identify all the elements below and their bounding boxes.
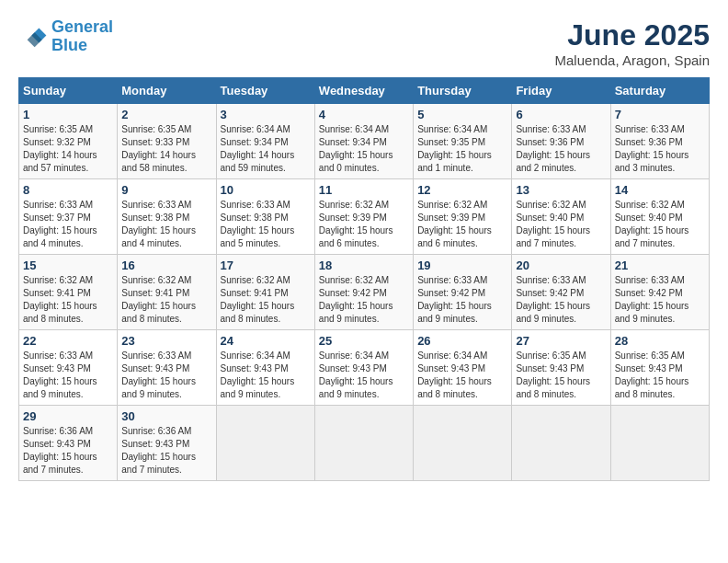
logo: General Blue — [18, 18, 113, 55]
col-tuesday: Tuesday — [216, 78, 314, 104]
table-row: 11Sunrise: 6:32 AMSunset: 9:39 PMDayligh… — [314, 179, 413, 255]
col-wednesday: Wednesday — [314, 78, 413, 104]
table-row: 14Sunrise: 6:32 AMSunset: 9:40 PMDayligh… — [610, 179, 709, 255]
table-row: 16Sunrise: 6:32 AMSunset: 9:41 PMDayligh… — [118, 255, 216, 330]
table-row: 17Sunrise: 6:32 AMSunset: 9:41 PMDayligh… — [216, 255, 314, 330]
table-row: 8Sunrise: 6:33 AMSunset: 9:37 PMDaylight… — [19, 179, 118, 255]
header: General Blue June 2025 Maluenda, Aragon,… — [18, 18, 710, 68]
calendar-table: Sunday Monday Tuesday Wednesday Thursday… — [18, 77, 710, 481]
table-row: 6Sunrise: 6:33 AMSunset: 9:36 PMDaylight… — [512, 104, 610, 179]
table-row: 2Sunrise: 6:35 AMSunset: 9:33 PMDaylight… — [118, 104, 216, 179]
table-row: 10Sunrise: 6:33 AMSunset: 9:38 PMDayligh… — [216, 179, 314, 255]
table-row: 9Sunrise: 6:33 AMSunset: 9:38 PMDaylight… — [118, 179, 216, 255]
table-row — [414, 406, 512, 481]
table-row: 21Sunrise: 6:33 AMSunset: 9:42 PMDayligh… — [610, 255, 709, 330]
table-row: 1Sunrise: 6:35 AMSunset: 9:32 PMDaylight… — [19, 104, 118, 179]
calendar-title: June 2025 — [555, 18, 710, 52]
logo-text: General Blue — [51, 18, 113, 55]
table-row: 4Sunrise: 6:34 AMSunset: 9:34 PMDaylight… — [314, 104, 413, 179]
table-row: 30Sunrise: 6:36 AMSunset: 9:43 PMDayligh… — [118, 406, 216, 481]
table-row: 26Sunrise: 6:34 AMSunset: 9:43 PMDayligh… — [414, 330, 512, 406]
table-row: 22Sunrise: 6:33 AMSunset: 9:43 PMDayligh… — [19, 330, 118, 406]
table-row: 24Sunrise: 6:34 AMSunset: 9:43 PMDayligh… — [216, 330, 314, 406]
table-row: 19Sunrise: 6:33 AMSunset: 9:42 PMDayligh… — [414, 255, 512, 330]
table-row — [512, 406, 610, 481]
table-row: 18Sunrise: 6:32 AMSunset: 9:42 PMDayligh… — [314, 255, 413, 330]
table-row: 20Sunrise: 6:33 AMSunset: 9:42 PMDayligh… — [512, 255, 610, 330]
calendar-subtitle: Maluenda, Aragon, Spain — [555, 52, 710, 68]
table-row: 5Sunrise: 6:34 AMSunset: 9:35 PMDaylight… — [414, 104, 512, 179]
table-row: 12Sunrise: 6:32 AMSunset: 9:39 PMDayligh… — [414, 179, 512, 255]
table-row: 27Sunrise: 6:35 AMSunset: 9:43 PMDayligh… — [512, 330, 610, 406]
col-thursday: Thursday — [414, 78, 512, 104]
col-monday: Monday — [118, 78, 216, 104]
table-row — [610, 406, 709, 481]
logo-icon — [18, 22, 48, 52]
col-saturday: Saturday — [610, 78, 709, 104]
table-row — [216, 406, 314, 481]
table-row: 29Sunrise: 6:36 AMSunset: 9:43 PMDayligh… — [19, 406, 118, 481]
table-row — [314, 406, 413, 481]
header-row: Sunday Monday Tuesday Wednesday Thursday… — [19, 78, 710, 104]
col-sunday: Sunday — [19, 78, 118, 104]
table-row: 15Sunrise: 6:32 AMSunset: 9:41 PMDayligh… — [19, 255, 118, 330]
table-row: 25Sunrise: 6:34 AMSunset: 9:43 PMDayligh… — [314, 330, 413, 406]
col-friday: Friday — [512, 78, 610, 104]
table-row: 3Sunrise: 6:34 AMSunset: 9:34 PMDaylight… — [216, 104, 314, 179]
table-row: 28Sunrise: 6:35 AMSunset: 9:43 PMDayligh… — [610, 330, 709, 406]
title-area: June 2025 Maluenda, Aragon, Spain — [555, 18, 710, 68]
table-row: 7Sunrise: 6:33 AMSunset: 9:36 PMDaylight… — [610, 104, 709, 179]
table-row: 13Sunrise: 6:32 AMSunset: 9:40 PMDayligh… — [512, 179, 610, 255]
table-row: 23Sunrise: 6:33 AMSunset: 9:43 PMDayligh… — [118, 330, 216, 406]
